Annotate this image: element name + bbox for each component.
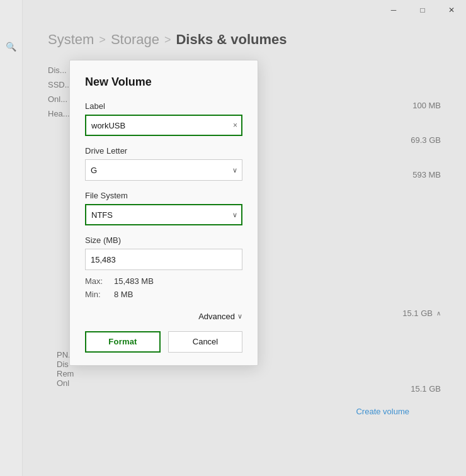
file-system-label: File System — [85, 191, 242, 200]
dialog-title: New Volume — [85, 76, 242, 89]
size-info: Max: 15,483 MB Min: 8 MB — [85, 275, 242, 302]
size-field-label: Size (MB) — [85, 235, 242, 245]
new-volume-dialog: New Volume Label × Drive Letter G H I J … — [69, 60, 258, 366]
advanced-chevron-icon: ∨ — [237, 312, 242, 320]
file-system-field-group: File System NTFS FAT32 exFAT ReFS ∨ — [85, 191, 242, 225]
label-field-group: Label × — [85, 101, 242, 136]
label-clear-button[interactable]: × — [233, 121, 237, 130]
label-field-label: Label — [85, 101, 242, 111]
drive-letter-field-group: Drive Letter G H I J ∨ — [85, 146, 242, 181]
drive-letter-select[interactable]: G H I J — [85, 159, 242, 181]
minimize-button[interactable]: ─ — [379, 0, 408, 20]
min-label: Min: — [85, 288, 104, 302]
size-min-row: Min: 8 MB — [85, 288, 242, 302]
maximize-button[interactable]: □ — [408, 0, 437, 20]
max-value: 15,483 MB — [114, 275, 154, 288]
close-button[interactable]: ✕ — [437, 0, 466, 20]
advanced-label: Advanced — [198, 312, 235, 321]
button-row: Format Cancel — [85, 331, 242, 353]
label-input-wrapper: × — [85, 115, 242, 136]
max-label: Max: — [85, 275, 104, 288]
format-button[interactable]: Format — [85, 331, 161, 353]
size-field-group: Size (MB) Max: 15,483 MB Min: 8 MB — [85, 235, 242, 302]
label-input[interactable] — [85, 115, 242, 136]
file-system-select[interactable]: NTFS FAT32 exFAT ReFS — [85, 204, 242, 225]
cancel-button[interactable]: Cancel — [168, 331, 242, 353]
drive-letter-select-wrapper: G H I J ∨ — [85, 159, 242, 181]
size-input[interactable] — [85, 249, 242, 270]
min-value: 8 MB — [114, 288, 133, 302]
drive-letter-label: Drive Letter — [85, 146, 242, 156]
file-system-select-wrapper: NTFS FAT32 exFAT ReFS ∨ — [85, 204, 242, 225]
size-max-row: Max: 15,483 MB — [85, 275, 242, 288]
title-bar: ─ □ ✕ — [379, 0, 466, 20]
advanced-section[interactable]: Advanced ∨ — [85, 312, 242, 321]
